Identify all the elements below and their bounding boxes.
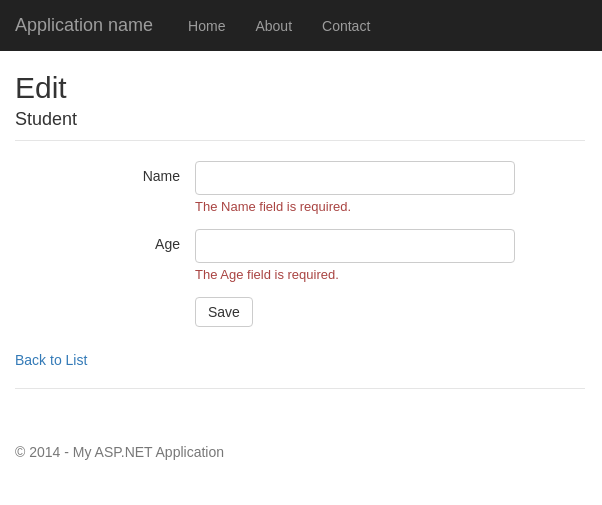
navbar-nav: Home About Contact <box>173 3 385 49</box>
age-label: Age <box>15 229 195 252</box>
nav-link-contact[interactable]: Contact <box>307 3 385 49</box>
name-input[interactable] <box>195 161 515 195</box>
form-group-age: Age The Age field is required. <box>15 229 585 282</box>
divider-footer <box>15 388 585 389</box>
nav-item-home: Home <box>173 3 240 49</box>
nav-link-home[interactable]: Home <box>173 3 240 49</box>
main-content: Edit Student Name The Name field is requ… <box>0 51 600 429</box>
back-to-list-link[interactable]: Back to List <box>15 352 87 368</box>
divider-top <box>15 140 585 141</box>
name-error: The Name field is required. <box>195 199 515 214</box>
footer-text: © 2014 - My ASP.NET Application <box>15 444 224 460</box>
name-field-wrapper: The Name field is required. <box>195 161 515 214</box>
nav-item-contact: Contact <box>307 3 385 49</box>
nav-link-about[interactable]: About <box>240 3 307 49</box>
name-label: Name <box>15 161 195 184</box>
page-heading: Edit <box>15 71 585 105</box>
nav-item-about: About <box>240 3 307 49</box>
navbar-brand[interactable]: Application name <box>15 0 153 51</box>
age-input[interactable] <box>195 229 515 263</box>
form-group-name: Name The Name field is required. <box>15 161 585 214</box>
footer: © 2014 - My ASP.NET Application <box>0 429 602 475</box>
save-button[interactable]: Save <box>195 297 253 327</box>
age-field-wrapper: The Age field is required. <box>195 229 515 282</box>
navbar: Application name Home About Contact <box>0 0 602 51</box>
age-error: The Age field is required. <box>195 267 515 282</box>
page-subheading: Student <box>15 109 585 130</box>
form-actions: Save <box>195 297 585 327</box>
